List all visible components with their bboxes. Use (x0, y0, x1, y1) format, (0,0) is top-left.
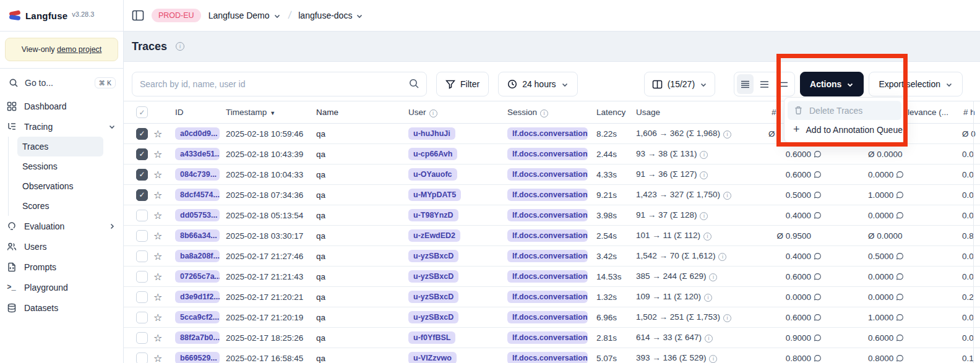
user-id-link[interactable]: u-OYauofc (408, 168, 457, 181)
menu-item-add-to-annotation-queue[interactable]: + Add to Annotation Queue (788, 120, 901, 139)
trace-id-link[interactable]: 07265c7a... (175, 270, 220, 283)
comment-bubble-icon[interactable] (896, 354, 904, 362)
session-id-link[interactable]: lf.docs.conversation... (507, 331, 588, 344)
comment-bubble-icon[interactable] (814, 171, 822, 179)
bookmark-star-icon[interactable]: ☆ (153, 231, 162, 241)
user-id-link[interactable]: u-yzSBxcD (408, 311, 458, 323)
comment-bubble-icon[interactable] (814, 211, 822, 220)
search-icon[interactable] (408, 78, 419, 92)
sidebar-item-users[interactable]: Users (0, 236, 118, 257)
bookmark-star-icon[interactable]: ☆ (153, 271, 162, 282)
user-id-link[interactable]: u-f0YfBSL (408, 331, 455, 344)
project-selector[interactable]: langfuse-docs (298, 11, 363, 20)
sidebar-item-observations[interactable]: Observations (17, 176, 103, 196)
row-checkbox[interactable]: ✓ (136, 128, 148, 140)
column-header-id[interactable]: ID (168, 101, 220, 124)
comment-bubble-icon[interactable] (896, 293, 904, 301)
comment-bubble-icon[interactable] (896, 171, 904, 179)
trace-id-link[interactable]: 88f2a7b0... (175, 331, 220, 344)
sidebar-item-playground[interactable]: >_ Playground (0, 277, 118, 297)
sidebar-item-tracing[interactable]: Tracing (0, 116, 118, 137)
bookmark-star-icon[interactable]: ☆ (153, 292, 162, 302)
goto-search[interactable]: Go to... ⌘ K (0, 70, 123, 96)
comment-bubble-icon[interactable] (814, 252, 822, 260)
column-visibility-button[interactable]: (15/27) (644, 72, 715, 96)
session-id-link[interactable]: lf.docs.conversation... (507, 148, 588, 160)
session-id-link[interactable]: lf.docs.conversation... (507, 291, 588, 303)
bookmark-star-icon[interactable]: ☆ (153, 353, 162, 363)
column-header-timestamp[interactable]: Timestamp▼ (220, 101, 308, 124)
comment-bubble-icon[interactable] (814, 334, 822, 342)
row-checkbox[interactable]: ✓ (136, 312, 148, 323)
org-selector[interactable]: Langfuse Demo (208, 11, 281, 20)
column-header-name[interactable]: Name (308, 101, 401, 124)
trace-id-link[interactable]: 8dcf4574... (175, 189, 220, 201)
menu-item-delete-traces[interactable]: Delete Traces (788, 101, 901, 120)
sidebar-item-scores[interactable]: Scores (17, 196, 103, 216)
trace-id-link[interactable]: b669529... (175, 352, 220, 363)
session-id-link[interactable]: lf.docs.conversation... (507, 209, 588, 221)
bookmark-star-icon[interactable]: ☆ (153, 312, 162, 323)
comment-bubble-icon[interactable] (814, 314, 822, 322)
comment-bubble-icon[interactable] (896, 191, 904, 199)
user-id-link[interactable]: u-MYpDAT5 (408, 189, 461, 201)
trace-id-link[interactable]: a0cd0d9... (175, 127, 220, 140)
search-input[interactable] (132, 72, 427, 96)
bookmark-star-icon[interactable]: ☆ (153, 129, 162, 139)
sidebar-item-sessions[interactable]: Sessions (17, 156, 103, 176)
row-height-tall-button[interactable] (775, 74, 792, 94)
comment-bubble-icon[interactable] (896, 314, 904, 322)
trace-id-link[interactable]: ba8a208f... (175, 250, 220, 262)
sidebar-toggle-icon[interactable] (132, 10, 144, 21)
session-id-link[interactable]: lf.docs.conversation... (507, 168, 588, 181)
session-id-link[interactable]: lf.docs.conversation... (507, 311, 588, 323)
column-header-session[interactable]: Sessioni (500, 101, 589, 124)
session-id-link[interactable]: lf.docs.conversation... (507, 352, 588, 363)
select-all-checkbox[interactable]: ✓ (136, 106, 148, 118)
row-checkbox[interactable]: ✓ (136, 169, 148, 181)
comment-bubble-icon[interactable] (814, 354, 822, 362)
time-range-button[interactable]: 24 hours (498, 72, 577, 96)
session-id-link[interactable]: lf.docs.conversation... (507, 250, 588, 262)
comment-bubble-icon[interactable] (814, 293, 822, 301)
comment-bubble-icon[interactable] (896, 273, 904, 281)
sidebar-item-traces[interactable]: Traces (17, 137, 103, 156)
row-checkbox[interactable]: ✓ (136, 210, 148, 221)
comment-bubble-icon[interactable] (814, 191, 822, 199)
comment-bubble-icon[interactable] (896, 334, 904, 342)
comment-bubble-icon[interactable] (814, 273, 822, 281)
export-selection-button[interactable]: Export selection (869, 72, 963, 96)
actions-button[interactable]: Actions (800, 72, 864, 96)
trace-id-link[interactable]: 084c739... (175, 168, 220, 181)
bookmark-star-icon[interactable]: ☆ (153, 333, 162, 343)
session-id-link[interactable]: lf.docs.conversation... (507, 127, 588, 140)
bookmark-star-icon[interactable]: ☆ (153, 149, 162, 160)
row-checkbox[interactable]: ✓ (136, 230, 148, 242)
user-id-link[interactable]: u-VIZzvwo (408, 352, 457, 363)
row-checkbox[interactable]: ✓ (136, 352, 148, 363)
row-checkbox[interactable]: ✓ (136, 250, 148, 262)
user-id-link[interactable]: u-zEwdED2 (408, 229, 460, 242)
bookmark-star-icon[interactable]: ☆ (153, 190, 162, 200)
column-header-user[interactable]: Useri (401, 101, 500, 124)
trace-id-link[interactable]: 8b66a34... (175, 229, 220, 242)
user-id-link[interactable]: u-T98YnzD (408, 209, 458, 221)
row-checkbox[interactable]: ✓ (136, 189, 148, 201)
sidebar-item-datasets[interactable]: Datasets (0, 297, 118, 318)
trace-id-link[interactable]: dd05753... (175, 209, 220, 221)
sidebar-item-evaluation[interactable]: Evaluation (0, 216, 118, 236)
bookmark-star-icon[interactable]: ☆ (153, 169, 162, 180)
demo-project-link[interactable]: demo project (57, 45, 101, 54)
session-id-link[interactable]: lf.docs.conversation... (507, 270, 588, 283)
row-height-medium-button[interactable] (756, 74, 773, 94)
column-header-extra[interactable]: # h (959, 101, 980, 124)
comment-bubble-icon[interactable] (896, 252, 904, 260)
row-checkbox[interactable]: ✓ (136, 291, 148, 303)
row-height-compact-button[interactable] (737, 74, 754, 94)
comment-bubble-icon[interactable] (896, 211, 904, 220)
trace-id-link[interactable]: a433de51... (175, 148, 220, 160)
user-id-link[interactable]: u-yzSBxcD (408, 250, 458, 262)
bookmark-star-icon[interactable]: ☆ (153, 210, 162, 221)
trace-id-link[interactable]: 5cca9cf2... (175, 311, 220, 323)
user-id-link[interactable]: u-cp66Avh (408, 148, 457, 160)
